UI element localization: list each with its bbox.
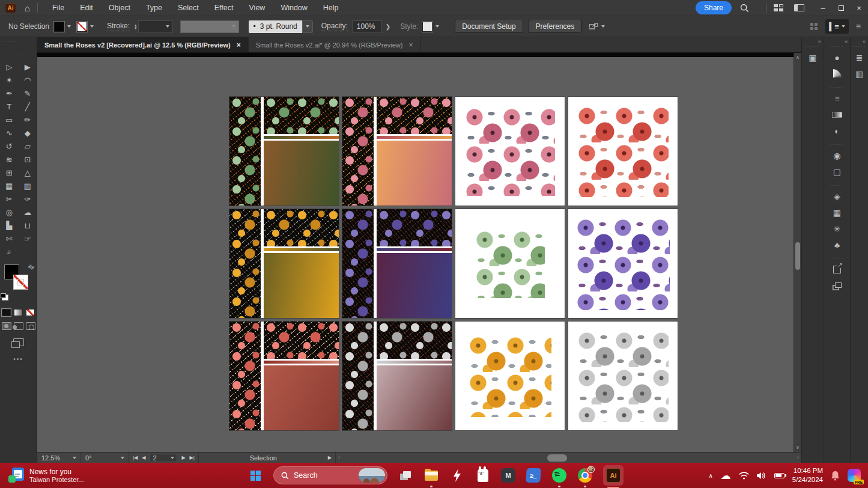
onedrive-icon[interactable]: ☁ (721, 469, 731, 482)
shape-builder-tool[interactable]: ⊞ (0, 166, 19, 179)
scroll-down-icon[interactable]: ∨ (796, 445, 800, 450)
column-graph-tool[interactable]: ▙ (0, 219, 19, 232)
default-fill-stroke-icon[interactable] (2, 294, 8, 300)
preferences-button[interactable]: Preferences (529, 20, 582, 33)
document-tab[interactable]: Small the Roses v2 [Recovered].ai @ 12.5… (37, 37, 249, 52)
lasso-tool[interactable]: ◠ (19, 73, 37, 87)
canvas-area[interactable]: ∧ ∨ 12.5% 0° |◀ ◀ 2 ▶ ▶| (37, 53, 801, 463)
free-transform-tool[interactable]: ⊡ (19, 153, 37, 166)
scale-tool[interactable]: ▱ (19, 139, 37, 153)
asset-export-panel[interactable] (824, 278, 851, 294)
scroll-left-icon[interactable]: ‹ (338, 454, 340, 460)
swap-fill-stroke-icon[interactable]: ⇄ (26, 263, 36, 272)
artboard-3[interactable] (455, 96, 565, 206)
slice-tool[interactable]: ✄ (0, 232, 19, 245)
rectangle-tool[interactable]: ▭ (0, 113, 19, 126)
panel-menu-icon[interactable]: ≡ (856, 22, 861, 31)
document-setup-button[interactable]: Document Setup (455, 20, 523, 33)
chevron-down-icon[interactable] (67, 25, 71, 28)
tray-overflow-icon[interactable]: ∧ (709, 472, 713, 479)
edit-toolbar-icon[interactable]: ••• (0, 356, 37, 362)
status-expand-icon[interactable]: ▶ (328, 455, 332, 460)
scroll-right-icon[interactable]: › (797, 454, 799, 460)
powershell-icon[interactable]: ≥_ (526, 468, 541, 483)
dark-m-app-icon[interactable]: M (501, 468, 515, 483)
opacity-label[interactable]: Opacity: (321, 22, 348, 31)
width-tool[interactable]: ≋ (0, 153, 19, 166)
chevron-down-icon[interactable] (436, 25, 439, 28)
chrome-icon[interactable] (577, 468, 593, 483)
pen-tool[interactable]: ✒ (0, 87, 19, 100)
llama-app-icon[interactable] (475, 468, 491, 483)
graphic-styles-panel[interactable]: ▢ (824, 163, 851, 180)
menu-view[interactable]: View (249, 4, 266, 12)
close-tab-icon[interactable]: × (408, 41, 413, 49)
artboard-number-dropdown[interactable]: 2 (150, 454, 177, 462)
illustrator-app-icon[interactable]: Ai (5, 3, 16, 13)
artboards-panel[interactable]: ▦ (824, 204, 851, 221)
artboard-6[interactable] (342, 209, 452, 319)
layers-panel[interactable]: ◈ (824, 188, 851, 204)
menu-file[interactable]: File (52, 4, 64, 12)
stroke-weight-stepper[interactable]: ▴▾ (135, 23, 137, 29)
menu-help[interactable]: Help (323, 4, 339, 12)
close-button[interactable]: × (850, 0, 868, 16)
rotate-tool[interactable]: ↺ (0, 139, 19, 153)
share-button[interactable]: Share (696, 1, 732, 14)
artboard-12[interactable] (568, 321, 678, 431)
scissors-tool[interactable]: ✂ (0, 192, 19, 206)
start-button[interactable] (247, 468, 263, 483)
scroll-up-icon[interactable]: ∧ (796, 55, 800, 60)
first-artboard-icon[interactable]: |◀ (133, 455, 138, 460)
export-for-screens-panel[interactable] (824, 261, 851, 278)
notification-bell-icon[interactable] (831, 471, 840, 481)
close-tab-icon[interactable]: × (237, 41, 241, 49)
illustrator-taskbar-icon[interactable]: Ai (603, 465, 624, 486)
wifi-icon[interactable] (739, 472, 749, 480)
arrange-documents-icon[interactable] (774, 4, 783, 11)
horizontal-scrollbar[interactable]: ‹ › (335, 453, 801, 463)
stroke-swatch[interactable] (13, 275, 28, 290)
touch-workspace-icon[interactable] (810, 23, 818, 31)
hand-tool[interactable]: ☞ (19, 232, 37, 245)
paintbrush-tool[interactable]: ✏ (19, 113, 37, 126)
color-guide-panel[interactable] (824, 66, 851, 82)
artboard-9[interactable] (229, 321, 339, 431)
menu-effect[interactable]: Effect (214, 4, 234, 12)
minimize-button[interactable]: – (814, 0, 832, 16)
3d-and-materials-panel[interactable]: ▣ (802, 49, 824, 66)
symbol-sprayer-tool[interactable]: ☁ (19, 206, 37, 219)
style-swatch[interactable] (422, 22, 432, 32)
artboard-4[interactable] (568, 96, 678, 206)
transparency-panel[interactable]: ◐ (824, 123, 851, 139)
news-widget[interactable]: News for you Taiwan Protester... (0, 468, 84, 483)
color-mode-button[interactable] (2, 309, 11, 316)
menu-object[interactable]: Object (109, 4, 130, 12)
artboard-8[interactable] (568, 209, 678, 319)
search-highlight-thumbnail[interactable] (359, 468, 385, 483)
opacity-value-field[interactable]: 100% (352, 20, 382, 33)
type-tool[interactable]: T (0, 100, 19, 113)
horizontal-scroll-thumb[interactable] (547, 454, 567, 462)
gradient-mode-button[interactable] (14, 309, 23, 316)
restore-button[interactable] (832, 0, 850, 16)
stroke-panel[interactable]: ≡ (824, 90, 851, 106)
draw-inside-button[interactable] (26, 322, 35, 330)
stroke-color-swatch[interactable] (77, 22, 87, 32)
curvature-tool[interactable]: ✎ (19, 87, 37, 100)
artboard-11[interactable] (455, 321, 565, 431)
brush-definition-dropdown[interactable]: • 3 pt. Round (249, 20, 313, 33)
shaper-tool[interactable]: ∿ (0, 126, 19, 139)
last-artboard-icon[interactable]: ▶| (190, 455, 195, 460)
opacity-expand-icon[interactable]: ❯ (382, 23, 394, 30)
artboard-5[interactable] (229, 209, 339, 319)
artboard-tool[interactable]: ⊔ (19, 219, 37, 232)
blend-tool[interactable]: ◎ (0, 206, 19, 219)
home-icon[interactable]: ⌂ (25, 3, 30, 13)
workspace-switcher[interactable]: ▍≡ (825, 19, 849, 34)
copilot-icon[interactable]: PRE (848, 469, 861, 482)
gradient-tool[interactable]: ▥ (19, 179, 37, 192)
stroke-weight-label[interactable]: Stroke: (107, 22, 130, 31)
lightning-app-icon[interactable] (449, 468, 465, 483)
battery-icon[interactable] (774, 473, 785, 478)
